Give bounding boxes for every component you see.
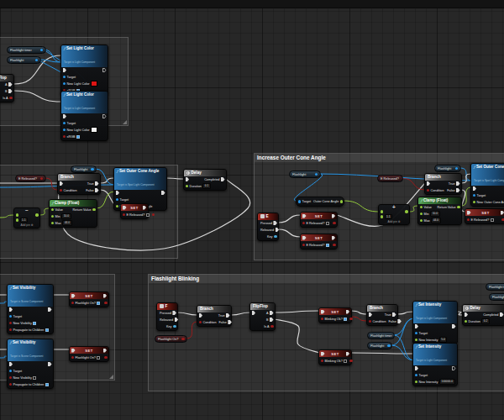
flipflop-1-b-exec[interactable] [8, 89, 13, 93]
set-e-released-a-exec-out[interactable] [143, 206, 147, 210]
checkbox[interactable] [146, 213, 150, 217]
set-intensity-high-exec-out[interactable] [452, 366, 456, 370]
clamp-float-1-in-pin[interactable] [51, 208, 55, 212]
set-e-released-d-exec-out[interactable] [501, 211, 504, 215]
branch-blinking-2[interactable]: BranchTrueConditionFalse [366, 304, 398, 326]
flipflop-2[interactable]: FlipFlopABIs A [249, 302, 276, 331]
set-light-color-white-in-pin[interactable] [63, 122, 66, 125]
color-swatch[interactable] [91, 81, 97, 87]
checkbox[interactable] [97, 302, 100, 305]
get-flashlight-timer-3[interactable]: Flashlight timer [486, 283, 504, 291]
branch-blinking-2-header[interactable]: Branch [367, 305, 397, 312]
get-e-released-1[interactable]: E Released? [15, 175, 46, 182]
set-e-released-b-value-in-pin[interactable] [302, 222, 306, 225]
get-outer-cone-angle-target-pin[interactable] [298, 200, 302, 203]
set-outer-cone-angle-2[interactable]: ƒSet Outer Cone AngleTarget is Spot Ligh… [470, 163, 504, 207]
set-light-color-red-exec-in[interactable] [63, 68, 67, 72]
checkbox[interactable] [344, 360, 347, 363]
flipflop-2-header[interactable]: FlipFlop [250, 303, 275, 310]
key-event-e-out-exec[interactable] [273, 221, 277, 225]
set-outer-cone-angle-2-header[interactable]: ƒSet Outer Cone AngleTarget is Spot Ligh… [471, 164, 504, 186]
delay-1-exec-in[interactable] [186, 177, 190, 181]
checkbox[interactable] [45, 328, 49, 332]
branch-decrease-condition-pin[interactable] [60, 189, 63, 192]
set-e-released-c-value-out-pin[interactable] [333, 244, 336, 247]
set-outer-cone-angle-2-in-pin[interactable] [473, 201, 476, 204]
flipflop-1-a-exec[interactable] [8, 82, 13, 87]
set-visibility-1-header[interactable]: ƒSet VisibilityTarget is Scene Component [8, 285, 53, 307]
set-light-color-white-in-pin[interactable] [63, 129, 66, 132]
set-outer-cone-angle-1-exec-in[interactable] [116, 191, 120, 195]
set-outer-cone-angle-1-header[interactable]: ƒSet Outer Cone AngleTarget is Spot Ligh… [114, 168, 166, 190]
get-flashlight-1-out-pin[interactable] [35, 59, 39, 62]
set-visibility-2[interactable]: ƒSet VisibilityTarget is Scene Component… [7, 339, 54, 389]
branch-blinking-2-condition-pin[interactable] [369, 320, 372, 323]
flipflop-1-is-a-pin[interactable] [9, 97, 13, 100]
set-light-color-white-exec-out[interactable] [102, 114, 107, 118]
branch-blinking-1-false-exec[interactable] [228, 320, 232, 324]
subtract-node[interactable]: −1.1Add pin ⊕ [13, 207, 40, 228]
add-node[interactable]: +1.1Add pin ⊕ [378, 204, 410, 225]
get-flashlight-6[interactable]: Flashlight [489, 293, 504, 301]
set-intensity-low-header[interactable]: ƒSet IntensityTarget is Light Component [413, 302, 457, 323]
set-outer-cone-angle-1-in-pin[interactable] [116, 205, 119, 208]
get-flashlight-5[interactable]: Flashlight [367, 342, 392, 349]
set-flashlight-on-false-exec-out[interactable] [103, 349, 108, 353]
set-e-released-c-value-in-pin[interactable] [302, 244, 306, 247]
set-blinking-ok-false-value-in-pin[interactable] [321, 360, 324, 363]
key-event-e-out-exec[interactable] [276, 228, 280, 232]
checkbox[interactable] [33, 322, 36, 325]
get-outer-cone-angle[interactable]: TargetOuter Cone Angle [296, 197, 344, 207]
add-node-in-pin-1[interactable] [381, 210, 384, 213]
clamp-float-1-in-pin[interactable] [51, 222, 55, 225]
get-e-released-1-out-pin[interactable] [40, 177, 44, 181]
set-e-released-c-exec-out[interactable] [332, 236, 336, 240]
get-flashlight-1[interactable]: Flashlight [7, 56, 41, 64]
clamp-float-2-header[interactable]: ƒClamp (Float) [418, 197, 461, 204]
set-flashlight-on-true-header[interactable]: SET [70, 292, 108, 299]
set-blinking-ok-true-exec-out[interactable] [346, 310, 350, 314]
branch-blinking-1-true-exec[interactable] [226, 313, 230, 318]
set-e-released-d-header[interactable]: SET [465, 209, 504, 216]
key-event-f[interactable]: FPressedReleasedKey [156, 302, 178, 331]
set-blinking-ok-false-header[interactable]: SET [319, 350, 351, 357]
checkbox[interactable] [344, 318, 347, 321]
subtract-node-out-pin[interactable] [35, 213, 39, 217]
set-outer-cone-angle-1-in-pin[interactable] [116, 198, 119, 202]
get-flashlight-2[interactable]: Flashlight [71, 165, 97, 173]
get-flashlight-on-out-pin[interactable] [181, 338, 185, 341]
checkbox[interactable] [33, 376, 36, 380]
set-e-released-d[interactable]: SETE Released? [465, 208, 504, 224]
set-visibility-1-in-pin[interactable] [9, 322, 13, 325]
clamp-float-2-in-pin[interactable] [420, 213, 423, 216]
delay-2-header[interactable]: Delay [463, 305, 504, 312]
branch-decrease-true-exec[interactable] [95, 181, 99, 186]
set-light-color-white-in-pin[interactable] [63, 135, 66, 139]
key-event-e[interactable]: EPressedReleasedKey [257, 213, 279, 241]
get-flashlight-timer-1[interactable]: Flashlight timer [7, 46, 46, 54]
set-flashlight-on-true-value-out-pin[interactable] [104, 302, 108, 305]
set-e-released-d-value-in-pin[interactable] [467, 218, 470, 222]
set-visibility-2-in-pin[interactable] [9, 370, 13, 373]
subtract-node-in-pin-1[interactable] [16, 213, 19, 217]
set-outer-cone-angle-1-exec-out[interactable] [161, 191, 165, 195]
value-box[interactable]: 100000.0 [439, 379, 455, 385]
delay-2-completed-exec[interactable] [500, 312, 504, 317]
comment-resize-handle[interactable] [109, 375, 113, 379]
set-intensity-high-in-pin[interactable] [415, 381, 418, 384]
comment-increase-outer-cone-title[interactable]: Increase Outer Cone Angle [255, 154, 504, 162]
set-visibility-1-in-pin[interactable] [9, 315, 13, 318]
key-event-f-out-exec[interactable] [175, 318, 179, 322]
delay-1[interactable]: DelayCompletedDuration0.1 [183, 169, 227, 191]
set-e-released-b-exec-out[interactable] [332, 214, 336, 218]
branch-blinking-1[interactable]: BranchTrueConditionFalse [197, 305, 232, 327]
add-node-add-pin[interactable]: Add pin ⊕ [388, 220, 401, 223]
set-visibility-1-exec-in[interactable] [9, 307, 13, 312]
set-intensity-high[interactable]: ƒSet IntensityTarget is Light ComponentT… [412, 343, 458, 386]
duration-value-box[interactable]: 0.2 [481, 318, 490, 324]
set-outer-cone-angle-2-exec-in[interactable] [473, 186, 477, 191]
key-event-f-out-pin[interactable] [173, 325, 176, 328]
branch-decrease-header[interactable]: Branch [58, 174, 100, 181]
flipflop-1[interactable]: FlipFlopABIs A [0, 74, 14, 102]
subtract-node-in-pin-2[interactable] [16, 218, 19, 222]
